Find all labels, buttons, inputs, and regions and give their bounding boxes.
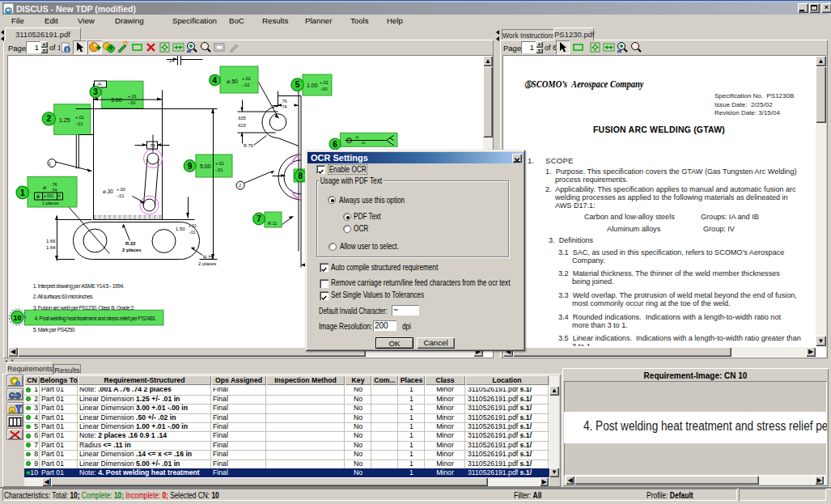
svg-text:2: 2: [239, 183, 241, 188]
svg-text:+.01: +.01: [75, 115, 84, 120]
svg-text:+.01: +.01: [320, 80, 329, 85]
svg-text:1.50: 1.50: [176, 227, 185, 231]
svg-text:4: 4: [213, 76, 218, 85]
svg-text:i: i: [66, 47, 68, 53]
svg-text:-.01: -.01: [117, 193, 124, 198]
svg-text:1. Interpret drawing per ASME: 1. Interpret drawing per ASME Y14.5 - 19…: [33, 283, 125, 290]
svg-text:5. Mark per PS4250.: 5. Mark per PS4250.: [33, 327, 76, 333]
svg-text:.74: .74: [51, 188, 57, 193]
svg-text:6: 6: [333, 140, 337, 149]
svg-text:1: 1: [49, 161, 51, 166]
svg-text:5.00: 5.00: [200, 163, 211, 169]
svg-text:+.01: +.01: [215, 161, 224, 166]
svg-text:10: 10: [13, 314, 21, 322]
svg-text:8: 8: [299, 172, 303, 180]
svg-text:7: 7: [257, 214, 261, 223]
svg-text:i: i: [17, 381, 18, 386]
svg-text:-.02: -.02: [242, 83, 249, 87]
svg-text:3: 3: [93, 87, 98, 96]
svg-text:-A-: -A-: [96, 82, 103, 87]
svg-text:2 places: 2 places: [42, 201, 59, 205]
svg-text:-.01: -.01: [215, 167, 223, 172]
svg-text:2. All surfaces 63 microinches: 2. All surfaces 63 microinches.: [33, 294, 94, 299]
svg-text:⌀: ⌀: [43, 184, 46, 190]
svg-text:.635: .635: [237, 116, 246, 121]
svg-text:1.25: 1.25: [59, 117, 70, 123]
svg-text:.09: .09: [361, 141, 366, 145]
svg-text:2: 2: [47, 114, 52, 123]
svg-text:.76: .76: [281, 99, 287, 104]
svg-text:⊕: ⊕: [36, 194, 40, 199]
svg-text:.74: .74: [281, 104, 287, 109]
svg-text:+.01: +.01: [189, 223, 197, 228]
svg-text:3. Fusion arc weld per PS1230,: 3. Fusion arc weld per PS1230, Class B, …: [33, 305, 135, 311]
svg-text:-.00: -.00: [320, 87, 327, 91]
svg-text:R.22: R.22: [125, 241, 136, 246]
svg-text:.75: .75: [149, 143, 156, 148]
svg-text:+.02: +.02: [242, 76, 251, 81]
svg-text:2 places: 2 places: [122, 248, 142, 252]
svg-text:1.66: 1.66: [46, 239, 56, 244]
svg-text:R.75: R.75: [244, 143, 253, 148]
svg-text:.76: .76: [51, 182, 57, 187]
svg-text:1.00: 1.00: [307, 83, 318, 88]
svg-text:R.11: R.11: [268, 221, 277, 226]
svg-text:⌀.50: ⌀.50: [227, 78, 238, 84]
svg-text:-.01: -.01: [189, 230, 196, 235]
svg-text:+.01: +.01: [128, 94, 137, 99]
svg-text:⌀.30: ⌀.30: [103, 188, 113, 194]
svg-text:2 places: 2 places: [198, 261, 216, 266]
svg-text:.615: .615: [237, 123, 246, 128]
svg-text:+.00: +.00: [117, 187, 125, 192]
svg-text:R.75: R.75: [203, 255, 214, 260]
svg-text:4. Post welding heat treatment: 4. Post welding heat treatment and stres…: [35, 316, 157, 322]
svg-text:.16: .16: [354, 135, 359, 139]
svg-text:.14: .14: [167, 58, 175, 63]
svg-text:1.64: 1.64: [46, 245, 56, 250]
svg-text:-.01: -.01: [75, 121, 83, 126]
svg-text:5: 5: [295, 80, 300, 89]
svg-text:⌀.001: ⌀.001: [44, 193, 54, 198]
svg-text:9: 9: [188, 162, 193, 171]
svg-text:3.00: 3.00: [111, 97, 122, 103]
svg-text:-.00: -.00: [128, 100, 135, 105]
svg-text:1: 1: [20, 188, 25, 197]
